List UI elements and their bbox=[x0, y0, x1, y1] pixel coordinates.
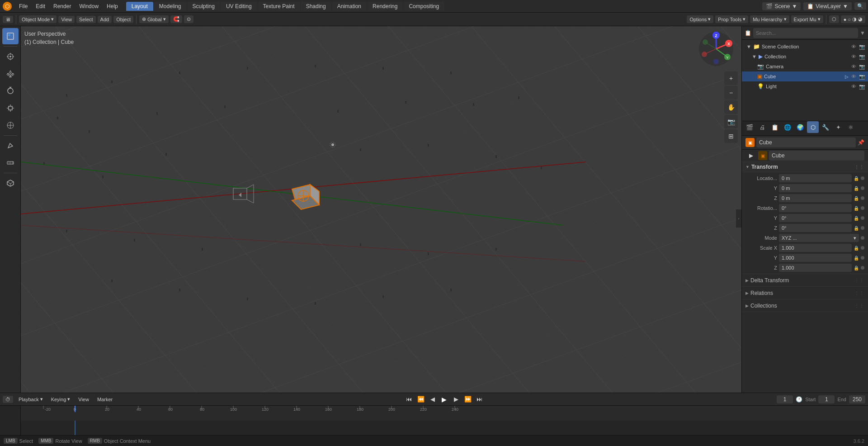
timeline-track[interactable] bbox=[21, 421, 868, 436]
output-props-btn[interactable]: 🖨 bbox=[756, 121, 768, 133]
scene-selector[interactable]: 🎬 Scene ▼ bbox=[762, 2, 801, 10]
snap-btn[interactable]: 🧲 bbox=[170, 15, 182, 23]
overlay-btn[interactable]: ⬡ bbox=[829, 15, 839, 23]
transform-mode-btn[interactable]: ⊕ Global ▾ bbox=[139, 15, 169, 23]
marker-btn[interactable]: Marker bbox=[94, 396, 115, 403]
scale-x-field[interactable]: 1.000 bbox=[779, 244, 852, 252]
tab-rendering[interactable]: Rendering bbox=[367, 2, 403, 11]
search-btn[interactable]: 🔍 bbox=[854, 2, 866, 10]
cursor-tool-btn[interactable] bbox=[2, 48, 19, 65]
camera-restrict-icon[interactable]: 📷 bbox=[859, 44, 865, 50]
menu-help[interactable]: Help bbox=[103, 2, 122, 10]
location-y-keyframe-dot[interactable] bbox=[861, 186, 864, 190]
location-x-lock-icon[interactable]: 🔒 bbox=[854, 176, 859, 181]
render-props-btn[interactable]: 🎬 bbox=[744, 121, 755, 133]
zoom-out-btn[interactable]: − bbox=[724, 86, 738, 100]
transform-tool-btn[interactable] bbox=[2, 117, 19, 133]
export-mu-btn[interactable]: Export Mu ▾ bbox=[791, 15, 823, 23]
next-keyframe-btn[interactable]: ⏩ bbox=[463, 394, 473, 404]
scale-y-keyframe-dot[interactable] bbox=[861, 256, 864, 260]
outliner-scene-collection[interactable]: ▼ 📁 Scene Collection 👁 📷 bbox=[742, 42, 868, 52]
options-btn[interactable]: Options ▾ bbox=[687, 15, 713, 23]
proportional-edit-btn[interactable]: ⊙ bbox=[184, 15, 193, 23]
end-frame-display[interactable]: 250 bbox=[849, 395, 865, 403]
measure-tool-btn[interactable] bbox=[2, 155, 19, 171]
scale-tool-btn[interactable] bbox=[2, 100, 19, 116]
object-mode-btn[interactable]: Object Mode ▾ bbox=[19, 15, 57, 23]
rotation-y-keyframe-dot[interactable] bbox=[861, 216, 864, 220]
tab-modeling[interactable]: Modeling bbox=[154, 2, 187, 11]
current-frame-display[interactable]: 1 bbox=[777, 395, 793, 403]
timeline-editor-btn[interactable]: ⏱ bbox=[3, 396, 13, 403]
view-menu-btn[interactable]: View bbox=[58, 16, 75, 23]
eye-icon-camera[interactable]: 👁 bbox=[851, 64, 856, 69]
tab-shading[interactable]: Shading bbox=[301, 2, 331, 11]
location-z-lock-icon[interactable]: 🔒 bbox=[854, 196, 859, 201]
camera-icon-light[interactable]: 📷 bbox=[859, 84, 865, 90]
mu-hierarchy-btn[interactable]: Mu Hierarchy ▾ bbox=[750, 15, 789, 23]
viewlayer-selector[interactable]: 📋 ViewLayer ▼ bbox=[803, 2, 852, 10]
location-z-field[interactable]: 0 m bbox=[779, 194, 852, 202]
zoom-in-btn[interactable]: + bbox=[724, 71, 738, 85]
tab-sculpting[interactable]: Sculpting bbox=[187, 2, 220, 11]
render-view-btn[interactable]: ⊞ bbox=[724, 129, 738, 143]
eye-icon-collection[interactable]: 👁 bbox=[851, 54, 856, 59]
location-x-keyframe-dot[interactable] bbox=[861, 176, 864, 180]
object-name-input[interactable] bbox=[756, 138, 856, 147]
playback-btn[interactable]: Playback ▾ bbox=[16, 395, 46, 403]
eye-icon-light[interactable]: 👁 bbox=[851, 84, 856, 89]
location-x-field[interactable]: 0 m bbox=[779, 174, 852, 182]
collections-section[interactable]: ▶ Collections ⋮⋮ bbox=[742, 299, 868, 312]
start-frame-display[interactable]: 1 bbox=[818, 395, 835, 403]
rotation-x-keyframe-dot[interactable] bbox=[861, 206, 864, 210]
panel-collapse-btn[interactable]: ‹ bbox=[736, 209, 741, 228]
pan-btn[interactable]: ✋ bbox=[724, 100, 738, 114]
outliner-collection[interactable]: ▼ ▶ Collection 👁 📷 bbox=[742, 52, 868, 62]
tab-uv-editing[interactable]: UV Editing bbox=[221, 2, 257, 11]
filter-icon[interactable]: ▼ bbox=[860, 30, 865, 36]
rotation-y-field[interactable]: 0° bbox=[779, 214, 852, 222]
location-y-lock-icon[interactable]: 🔒 bbox=[854, 186, 859, 191]
scale-z-field[interactable]: 1.000 bbox=[779, 264, 852, 272]
annotate-tool-btn[interactable] bbox=[2, 138, 19, 154]
outliner-light[interactable]: 💡 Light 👁 📷 bbox=[742, 81, 868, 91]
scale-y-field[interactable]: 1.000 bbox=[779, 254, 852, 262]
object-menu-btn[interactable]: Object bbox=[113, 16, 133, 23]
rotation-z-lock-icon[interactable]: 🔒 bbox=[854, 226, 859, 231]
step-back-btn[interactable]: ◀ bbox=[428, 394, 438, 404]
view-layer-props-btn[interactable]: 📋 bbox=[769, 121, 781, 133]
viewport-3d[interactable]: User Perspective (1) Collection | Cube Z… bbox=[21, 26, 741, 393]
pin-icon[interactable]: 📌 bbox=[858, 139, 864, 146]
eye-icon-cube[interactable]: 👁 bbox=[851, 74, 856, 79]
rotation-y-lock-icon[interactable]: 🔒 bbox=[854, 216, 859, 221]
prev-keyframe-btn[interactable]: ⏪ bbox=[416, 394, 426, 404]
outliner-cube[interactable]: ▣ Cube ▷ 👁 📷 bbox=[742, 71, 868, 81]
modifier-props-btn[interactable]: 🔧 bbox=[820, 121, 831, 133]
scale-z-lock-icon[interactable]: 🔒 bbox=[854, 266, 859, 270]
rotation-mode-dot[interactable] bbox=[861, 236, 864, 240]
add-menu-btn[interactable]: Add bbox=[98, 16, 112, 23]
jump-start-btn[interactable]: ⏮ bbox=[404, 394, 414, 404]
timeline-view-btn[interactable]: View bbox=[75, 396, 92, 403]
object-data-name-input[interactable] bbox=[769, 151, 864, 161]
physics-props-btn[interactable]: ⚛ bbox=[845, 121, 857, 133]
rotation-x-lock-icon[interactable]: 🔒 bbox=[854, 206, 859, 211]
rotation-z-field[interactable]: 0° bbox=[779, 224, 852, 232]
keying-btn[interactable]: Keying ▾ bbox=[48, 395, 73, 403]
jump-end-btn[interactable]: ⏭ bbox=[475, 394, 485, 404]
location-z-keyframe-dot[interactable] bbox=[861, 196, 864, 200]
tab-layout[interactable]: Layout bbox=[126, 2, 153, 11]
select-tool-btn[interactable] bbox=[2, 28, 19, 44]
outliner-camera[interactable]: 📷 Camera 👁 📷 bbox=[742, 62, 868, 71]
particles-props-btn[interactable]: ✦ bbox=[832, 121, 844, 133]
scale-z-keyframe-dot[interactable] bbox=[861, 266, 864, 270]
tab-texture-paint[interactable]: Texture Paint bbox=[258, 2, 300, 11]
outliner-search-input[interactable] bbox=[753, 28, 858, 38]
camera-render-icon[interactable]: 📷 bbox=[859, 64, 865, 70]
transform-section-header[interactable]: ▼ Transform ⋮⋮ bbox=[742, 162, 868, 172]
delta-transform-section[interactable]: ▶ Delta Transform ⋮⋮ bbox=[742, 274, 868, 287]
world-props-btn[interactable]: 🌍 bbox=[794, 121, 806, 133]
play-btn[interactable]: ▶ bbox=[439, 394, 449, 404]
scene-props-btn[interactable]: 🌐 bbox=[782, 121, 793, 133]
rotate-tool-btn[interactable] bbox=[2, 83, 19, 99]
